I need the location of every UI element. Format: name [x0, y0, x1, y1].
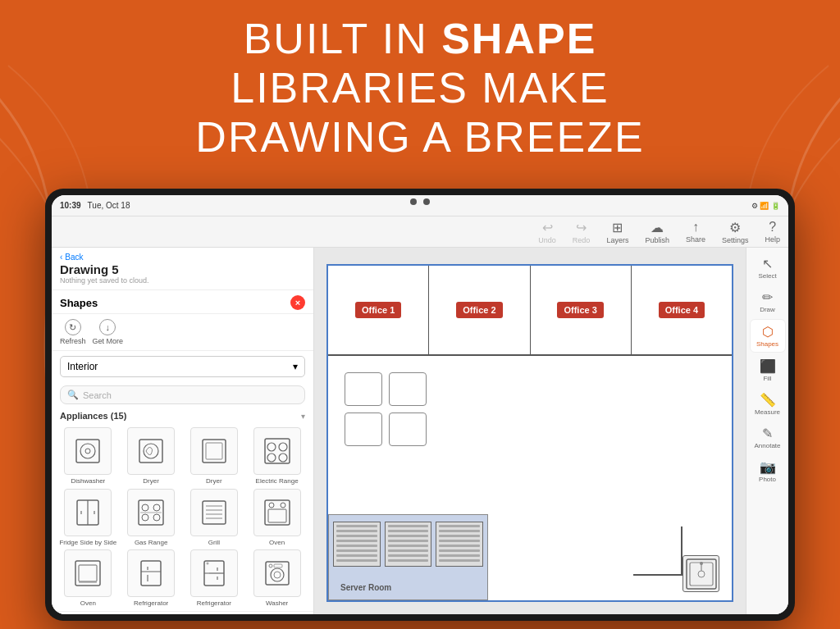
shape-label: Oven	[269, 539, 285, 547]
svg-point-1	[80, 444, 95, 458]
publish-button[interactable]: ☁ Publish	[645, 220, 669, 244]
rack-line	[388, 554, 429, 557]
settings-icon: ⚙	[729, 220, 741, 235]
office-room-4: Office 4	[632, 266, 732, 354]
rack-line	[439, 554, 480, 557]
svg-point-10	[267, 454, 276, 462]
fill-label: Fill	[763, 375, 771, 382]
shape-refrigerator1	[127, 549, 175, 597]
chair-group	[345, 372, 427, 446]
share-icon: ↑	[692, 220, 699, 235]
rack-line	[439, 530, 480, 532]
category-dropdown[interactable]: Interior ▾	[60, 356, 305, 377]
chair-2	[389, 372, 427, 406]
panel-header: ‹ Back Drawing 5 Nothing yet saved to cl…	[52, 248, 313, 290]
svg-rect-34	[141, 561, 161, 586]
search-icon: 🔍	[67, 390, 79, 400]
rack-line	[336, 559, 377, 562]
shape-washer	[253, 549, 301, 597]
status-icons: ⚙ 📶 🔋	[751, 202, 780, 210]
shape-label: Refrigerator	[134, 599, 168, 608]
shape-oven2	[64, 549, 112, 597]
shape-label: Dryer	[143, 477, 159, 485]
list-item[interactable]: Dishwasher	[58, 427, 118, 485]
back-button[interactable]: ‹ Back	[60, 253, 305, 262]
search-bar[interactable]: 🔍 Search	[60, 385, 305, 404]
list-item[interactable]: Oven	[247, 489, 307, 547]
annotate-label: Annotate	[754, 442, 780, 449]
redo-label: Redo	[573, 236, 591, 244]
drawing-subtitle: Nothing yet saved to cloud.	[60, 276, 305, 285]
rack-line	[336, 545, 377, 547]
drawing-canvas[interactable]: Office 1 Office 2 Office 3 Office 4	[314, 248, 746, 614]
shape-label: Gas Range	[135, 539, 167, 547]
shape-label: Oven	[80, 599, 96, 608]
fill-icon: ⬛	[760, 358, 776, 374]
list-item[interactable]: Oven	[58, 549, 118, 608]
shape-label: Fridge Side by Side	[59, 539, 116, 547]
svg-point-20	[153, 514, 160, 521]
sidebar-measure-button[interactable]: 📏 Measure	[750, 388, 786, 420]
list-item[interactable]: Gas Range	[121, 489, 181, 547]
share-label: Share	[686, 235, 705, 244]
sidebar-photo-button[interactable]: 📷 Photo	[750, 455, 786, 487]
get-more-button[interactable]: ↓ Get More	[93, 319, 124, 345]
sidebar-select-button[interactable]: ↖ Select	[750, 252, 786, 284]
shape-refrigerator2	[190, 549, 238, 597]
furniture-section-header[interactable]: Furniture (33) ▾	[52, 611, 313, 614]
share-button[interactable]: ↑ Share	[686, 220, 705, 244]
shape-dishwasher	[64, 427, 112, 475]
list-item[interactable]: Dryer	[121, 427, 181, 485]
svg-point-42	[206, 563, 208, 565]
svg-rect-22	[203, 501, 226, 524]
headline-line3: DRAWING A BREEZE	[0, 113, 840, 162]
sidebar-fill-button[interactable]: ⬛ Fill	[750, 354, 786, 386]
list-item[interactable]: Refrigerator	[185, 549, 244, 608]
camera-dot-left	[410, 198, 417, 205]
undo-button[interactable]: ↩ Undo	[538, 220, 556, 244]
headline-shape-bold: SHAPE	[441, 15, 596, 62]
settings-button[interactable]: ⚙ Settings	[722, 220, 749, 244]
list-item[interactable]: Fridge Side by Side	[58, 489, 118, 547]
headline: BUILT IN SHAPE LIBRARIES MAKE DRAWING A …	[0, 15, 840, 162]
office-2-label: Office 2	[456, 302, 502, 318]
rack-line	[439, 535, 480, 537]
refresh-icon: ↻	[65, 319, 81, 335]
shape-grid: Dishwasher Dryer	[52, 424, 313, 611]
rack-line	[388, 549, 429, 552]
publish-icon: ☁	[651, 220, 664, 235]
list-item[interactable]: Electric Range	[247, 427, 307, 485]
sidebar-shapes-button[interactable]: ⬡ Shapes	[750, 319, 786, 353]
get-more-icon: ↓	[99, 319, 116, 335]
sidebar-draw-button[interactable]: ✏ Draw	[750, 285, 786, 317]
cursor-icon: ↖	[762, 256, 773, 271]
status-date: Tue, Oct 18	[88, 201, 130, 210]
server-room: Server Room	[328, 514, 488, 600]
wall-segment	[681, 526, 682, 576]
svg-point-8	[267, 443, 276, 451]
list-item[interactable]: Grill	[185, 489, 244, 547]
shape-gas-range	[127, 489, 175, 536]
office-3-label: Office 3	[557, 302, 603, 318]
layers-button[interactable]: ⊞ Layers	[606, 220, 628, 244]
appliances-section-header[interactable]: Appliances (15) ▾	[52, 408, 313, 424]
svg-rect-3	[139, 440, 162, 463]
redo-button[interactable]: ↪ Redo	[573, 220, 591, 244]
status-time: 10:39	[60, 201, 81, 210]
close-icon: ×	[295, 298, 300, 308]
list-item[interactable]: Refrigerator	[121, 549, 181, 608]
shapes-close-button[interactable]: ×	[290, 295, 305, 310]
svg-rect-6	[206, 443, 222, 459]
list-item[interactable]: Dryer	[185, 427, 244, 485]
help-button[interactable]: ? Help	[765, 220, 780, 244]
sidebar-annotate-button[interactable]: ✎ Annotate	[750, 422, 786, 454]
list-item[interactable]: Washer	[247, 549, 307, 608]
shape-label: Washer	[266, 599, 288, 608]
svg-point-4	[144, 444, 158, 458]
rack-line	[336, 540, 377, 542]
refresh-button[interactable]: ↻ Refresh	[60, 319, 86, 345]
right-sidebar: ↖ Select ✏ Draw ⬡ Shapes ⬛ Fill 📏 Mea	[746, 248, 788, 614]
rack-line	[336, 525, 377, 527]
appliances-label: Appliances (15)	[60, 411, 126, 421]
office-room-1: Office 1	[328, 266, 429, 354]
